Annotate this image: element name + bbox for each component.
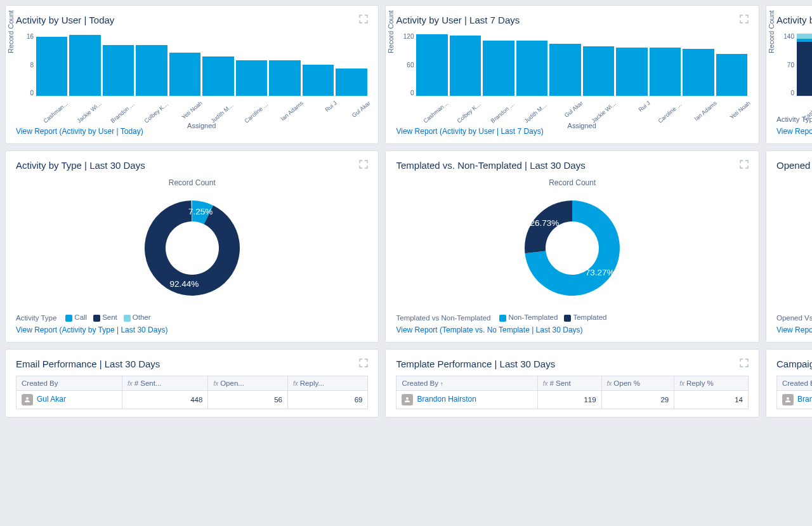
cell-value: 14	[674, 390, 749, 409]
card-title: Email Performance | Last 30 Days	[16, 358, 160, 369]
column-header[interactable]: fxReply %	[674, 376, 749, 390]
legend: Templated vs Non-Templated Non-Templated…	[396, 313, 748, 321]
bar-plot	[415, 33, 748, 96]
column-header[interactable]: Created By↑	[396, 376, 537, 390]
expand-icon[interactable]	[740, 160, 749, 169]
expand-icon[interactable]	[359, 160, 368, 169]
bar-chart: Record Count 1680 Cashman An...Jackie Wi…	[16, 33, 368, 123]
card-title: Campaign Performance | Last 30 Days	[776, 358, 812, 369]
column-header[interactable]: fxReply...	[288, 376, 368, 390]
expand-icon[interactable]	[740, 358, 749, 367]
donut-label: 7.25%	[188, 207, 213, 216]
column-header[interactable]: fxOpen %	[601, 376, 674, 390]
card-title: Activity by Type | Last 30 Days	[16, 160, 145, 171]
bar[interactable]	[583, 46, 614, 96]
sort-asc-icon: ↑	[440, 381, 443, 387]
y-ticks: 140700	[778, 33, 794, 96]
card-opened-vs-bounced: Opened vs. Bounced | Last 30 Days Record…	[766, 150, 812, 342]
column-header[interactable]: fx# Sent	[537, 376, 601, 390]
donut-chart: Record Count 7.25%92.44%	[16, 178, 368, 307]
cell-value: 29	[601, 390, 674, 409]
x-ticks: Cashman An...Jackie Willia...Brandon Hai…	[35, 99, 368, 121]
table-row: Brandon Hairston1538	[776, 390, 812, 409]
report-table: Created By↑fx# SentfxOpen %fxReply %Bran…	[396, 376, 748, 409]
view-report-link[interactable]: View Report (Opened vs. Bounced | Last 3…	[776, 325, 812, 334]
column-header[interactable]: fxOpen...	[208, 376, 288, 390]
donut-label: 73.27%	[586, 268, 615, 277]
bar[interactable]	[202, 56, 233, 96]
y-axis-label: Record Count	[7, 10, 15, 53]
card-title: Templated vs. Non-Templated | Last 30 Da…	[396, 160, 585, 171]
card-title: Opened vs. Bounced | Last 30 Days	[776, 160, 812, 171]
bar[interactable]	[650, 48, 681, 96]
fx-icon: fx	[607, 380, 612, 387]
fx-icon: fx	[293, 380, 298, 387]
bar-plot	[35, 33, 368, 96]
fx-icon: fx	[213, 380, 218, 387]
y-ticks: 120600	[397, 33, 414, 96]
card-activity-by-type: Activity by Type | Last 30 Days Record C…	[5, 150, 379, 342]
bar[interactable]	[797, 34, 812, 96]
bar[interactable]	[716, 54, 747, 96]
cell-value: 69	[288, 390, 368, 409]
y-axis-label: Record Count	[768, 10, 775, 53]
legend-lead: Activity Type	[16, 314, 56, 322]
user-link[interactable]: Gul Akar	[37, 395, 66, 404]
donut-label: 26.73%	[530, 218, 560, 228]
bar[interactable]	[136, 45, 167, 96]
bar[interactable]	[483, 41, 514, 96]
cell-value: 119	[537, 390, 601, 409]
bar[interactable]	[683, 49, 714, 96]
donut-svg: 7.25%92.44%	[135, 191, 249, 305]
view-report-link[interactable]: View Report (Activity by Type | Last 30 …	[16, 325, 368, 334]
expand-icon[interactable]	[359, 358, 368, 367]
user-link[interactable]: Brandon Hairston	[797, 395, 812, 404]
donut-chart: Record Count 73.27%26.73%	[396, 178, 748, 307]
bar[interactable]	[36, 37, 67, 96]
cell-value: 448	[122, 390, 207, 409]
bar[interactable]	[269, 60, 300, 96]
table-row: Gul Akar4485669	[16, 390, 368, 409]
y-axis-label: Record Count	[387, 10, 395, 53]
dashboard-grid: Activity by User | Today Record Count 16…	[5, 5, 807, 418]
legend: Opened Vs. Bounced Opened Other	[776, 313, 812, 321]
bar[interactable]	[549, 44, 580, 96]
bar[interactable]	[103, 45, 134, 96]
bar[interactable]	[303, 65, 334, 96]
bar[interactable]	[616, 48, 647, 96]
column-header[interactable]: fx# Sent...	[122, 376, 207, 390]
bar[interactable]	[416, 34, 447, 96]
card-template-performance: Template Performance | Last 30 Days Crea…	[385, 349, 759, 418]
card-title: Activity by User | Last 7 Days	[396, 15, 520, 25]
donut-title: Record Count	[16, 178, 368, 187]
y-ticks: 1680	[17, 33, 34, 96]
bar[interactable]	[69, 35, 100, 96]
legend-lead: Opened Vs. Bounced	[776, 314, 812, 322]
legend-item: Templated	[564, 313, 606, 321]
bar[interactable]	[336, 69, 367, 96]
user-link[interactable]: Brandon Hairston	[417, 395, 476, 404]
x-ticks: Cashman An...Colbey Kenn...Brandon Hai..…	[415, 99, 748, 121]
legend-lead: Templated vs Non-Templated	[396, 314, 490, 322]
bar-plot	[796, 33, 812, 96]
expand-icon[interactable]	[359, 15, 368, 23]
person-icon	[782, 394, 794, 405]
card-templated-vs-non: Templated vs. Non-Templated | Last 30 Da…	[385, 150, 759, 342]
donut-title: Record Count	[396, 178, 748, 187]
bar[interactable]	[236, 60, 267, 96]
card-title: Template Performance | Last 30 Days	[396, 358, 555, 369]
view-report-link[interactable]: View Report (Template vs. No Template | …	[396, 325, 748, 334]
card-activity-user-7days: Activity by User | Last 7 Days Record Co…	[385, 5, 759, 144]
report-table: Created By↑fx# TouchesfxConnect %Brandon…	[776, 376, 812, 409]
card-email-performance: Email Performance | Last 30 Days Created…	[5, 349, 379, 418]
bar[interactable]	[516, 41, 547, 96]
fx-icon: fx	[543, 380, 548, 387]
bar[interactable]	[169, 53, 200, 96]
expand-icon[interactable]	[740, 15, 749, 23]
bar[interactable]	[450, 36, 481, 96]
card-title: Activity by User | Today	[16, 15, 114, 25]
column-header[interactable]: Created By↑	[776, 376, 812, 390]
person-icon	[402, 394, 413, 405]
column-header[interactable]: Created By	[16, 376, 122, 390]
legend-item: Call	[65, 313, 87, 321]
